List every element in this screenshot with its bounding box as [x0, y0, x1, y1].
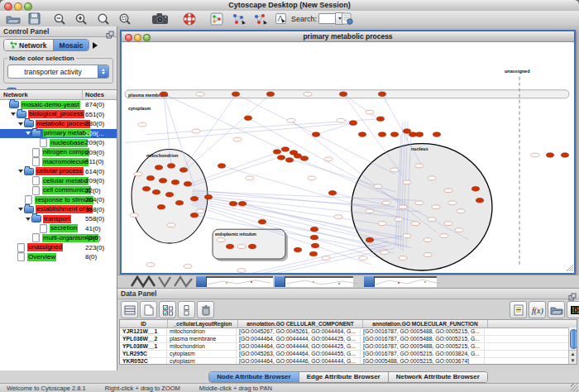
tree-row[interactable]: primary metabo209(... — [0, 129, 117, 139]
network-node[interactable] — [531, 153, 539, 157]
network-node[interactable] — [246, 176, 254, 180]
open-folder-icon[interactable] — [6, 12, 21, 26]
tree-expand-arrow-icon[interactable] — [17, 208, 24, 211]
network-node[interactable] — [309, 251, 317, 256]
network-node[interactable] — [337, 118, 345, 122]
tree-row[interactable]: nucleobase-209(0) — [0, 138, 117, 148]
network-node[interactable] — [376, 117, 384, 122]
table-row[interactable]: YPL036W__2plasma membrane[GO:0044464, GO… — [120, 336, 577, 343]
network-node[interactable] — [399, 205, 407, 209]
save-icon[interactable] — [28, 12, 41, 26]
help-lifesaver-icon[interactable] — [183, 12, 196, 26]
tree-row[interactable]: metabolic process280(0) — [0, 119, 117, 129]
import-attributes-icon[interactable] — [548, 301, 565, 318]
network-node[interactable] — [134, 172, 142, 176]
table-column-header[interactable]: annotation.GO MOLECULAR_FUNCTION — [363, 320, 488, 327]
canvas-resize-grip[interactable] — [567, 265, 573, 271]
network-node[interactable] — [304, 92, 312, 96]
network-node[interactable] — [457, 209, 465, 213]
import-network-icon[interactable] — [253, 12, 268, 26]
network-node[interactable] — [308, 176, 316, 180]
tree-row[interactable]: cellular metabo209(0) — [0, 176, 117, 186]
network-node[interactable] — [192, 129, 200, 133]
tab-edge-attribute-browser[interactable]: Edge Attribute Browser — [299, 372, 388, 382]
network-node[interactable] — [440, 234, 448, 238]
zoom-out-icon[interactable] — [53, 12, 66, 26]
scrollbar-thumb[interactable] — [570, 329, 577, 349]
network-node[interactable] — [146, 263, 155, 267]
network-canvas[interactable]: plasma membrane cytoplasm mitochondrion … — [122, 42, 574, 273]
tab-network-attribute-browser[interactable]: Network Attribute Browser — [388, 372, 487, 382]
network-node[interactable] — [455, 228, 463, 232]
network-node[interactable] — [217, 238, 225, 242]
attribute-grid-icon[interactable] — [121, 301, 138, 318]
network-node[interactable] — [237, 245, 246, 249]
table-column-header[interactable]: ID — [120, 320, 168, 327]
network-node[interactable] — [258, 219, 266, 224]
network-node[interactable] — [428, 218, 436, 222]
tree-row[interactable]: mosaic-demo-yeast874(0) — [0, 100, 117, 110]
network-node[interactable] — [157, 204, 165, 209]
new-attribute-icon[interactable] — [140, 301, 157, 318]
table-row[interactable]: YKR052Ccytoplasm[GO:0044464, GO:0044446,… — [120, 358, 577, 365]
network-view-window[interactable]: primary metabolic process plasma membran… — [120, 30, 576, 275]
tree-expand-arrow-icon[interactable] — [25, 131, 31, 135]
network-node[interactable] — [349, 121, 356, 126]
table-row[interactable]: YLR295Ccytoplasm[GO:0045263, GO:0044464,… — [120, 351, 577, 358]
network-node[interactable] — [229, 202, 237, 207]
network-node[interactable] — [415, 201, 423, 205]
network-node[interactable] — [476, 198, 483, 203]
network-node[interactable] — [423, 253, 432, 257]
annotation-import-icon[interactable] — [341, 12, 353, 26]
network-node[interactable] — [285, 158, 293, 163]
network-node[interactable] — [287, 118, 295, 122]
tab-network[interactable]: Network — [4, 40, 53, 50]
network-node[interactable] — [196, 209, 204, 213]
tree-expand-arrow-icon[interactable] — [17, 122, 24, 126]
tree-row[interactable]: nitrogen compo209(0) — [0, 148, 117, 158]
network-node[interactable] — [382, 201, 390, 205]
network-node[interactable] — [160, 92, 167, 97]
network-node[interactable] — [339, 92, 347, 97]
network-node[interactable] — [179, 168, 187, 173]
network-node[interactable] — [322, 256, 330, 261]
network-node[interactable] — [359, 256, 367, 261]
tree-row[interactable]: Overview8(0) — [0, 252, 117, 262]
delete-attribute-icon[interactable] — [197, 301, 214, 318]
network-node[interactable] — [273, 150, 280, 155]
network-node[interactable] — [366, 237, 373, 242]
network-node[interactable] — [390, 168, 399, 172]
network-node[interactable] — [146, 176, 154, 181]
network-node[interactable] — [184, 265, 192, 269]
network-overview-icon[interactable] — [210, 12, 223, 26]
vizmapper-icon[interactable] — [275, 12, 287, 26]
tree-row[interactable]: unassigned223(0) — [0, 243, 117, 253]
network-node[interactable] — [159, 179, 166, 184]
tree-expand-arrow-icon[interactable] — [17, 170, 24, 173]
tree-expand-arrow-icon[interactable] — [10, 112, 17, 116]
tree-row[interactable]: cellular process614(0) — [0, 167, 117, 177]
tree-row[interactable]: secretion41(0) — [0, 224, 117, 234]
notes-icon[interactable] — [510, 301, 527, 318]
network-node[interactable] — [403, 180, 411, 184]
zoom-selected-icon[interactable] — [118, 12, 132, 26]
network-node[interactable] — [171, 180, 179, 185]
window-resize-grip[interactable] — [571, 384, 578, 391]
network-node[interactable] — [190, 197, 198, 202]
table-scrollbar[interactable]: ▲▼ — [568, 327, 577, 364]
network-node[interactable] — [311, 243, 318, 248]
create-network-icon[interactable] — [232, 12, 246, 26]
tree-expand-arrow-icon[interactable] — [25, 218, 31, 221]
zoom-fit-icon[interactable] — [97, 12, 110, 26]
network-node[interactable] — [152, 190, 160, 195]
network-node[interactable] — [444, 189, 452, 193]
tree-row[interactable]: macromolecule311(0) — [0, 157, 117, 167]
network-node[interactable] — [433, 132, 440, 137]
network-node[interactable] — [248, 244, 256, 249]
network-node[interactable] — [423, 238, 432, 242]
network-node[interactable] — [226, 244, 233, 249]
network-node[interactable] — [310, 227, 318, 232]
more-tabs-arrow-icon[interactable] — [93, 42, 98, 49]
network-node[interactable] — [167, 164, 175, 169]
network-node[interactable] — [281, 147, 289, 152]
